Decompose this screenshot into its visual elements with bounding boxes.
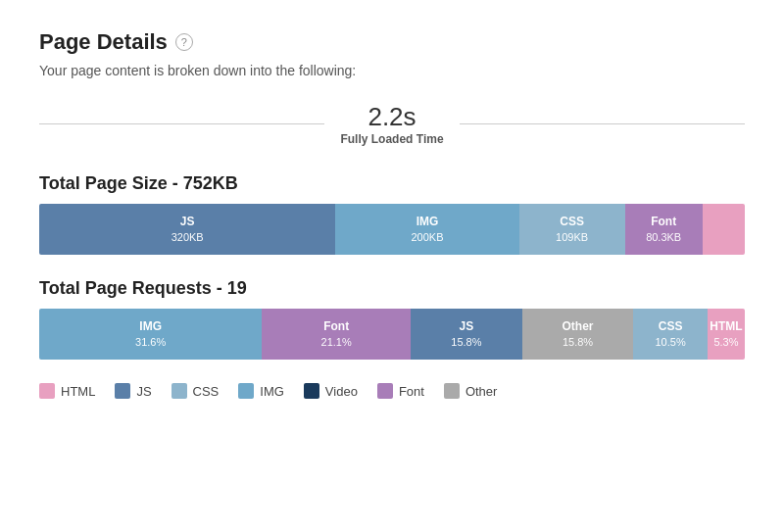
legend-item: CSS (172, 383, 220, 399)
requests-section-title: Total Page Requests - 19 (39, 278, 745, 299)
legend-label: HTML (61, 384, 95, 399)
timeline-line-left (39, 123, 324, 124)
legend-swatch (115, 383, 130, 399)
help-icon[interactable]: ? (175, 33, 193, 51)
bar-segment: HTML5.3% (708, 309, 745, 360)
timeline-value: 2.2s (340, 102, 443, 132)
size-section-title: Total Page Size - 752KB (39, 173, 745, 194)
legend-swatch (304, 383, 319, 399)
legend-label: Video (325, 384, 358, 399)
legend-item: JS (115, 383, 151, 399)
legend-label: Other (466, 384, 498, 399)
timeline-center: 2.2s Fully Loaded Time (324, 102, 459, 146)
legend-swatch (172, 383, 187, 399)
requests-bar: IMG31.6%Font21.1%JS15.8%Other15.8%CSS10.… (39, 309, 745, 360)
timeline-label: Fully Loaded Time (340, 132, 443, 146)
legend-swatch (238, 383, 254, 399)
subtitle: Your page content is broken down into th… (39, 63, 745, 78)
bar-segment: IMG31.6% (39, 309, 262, 360)
legend: HTMLJSCSSIMGVideoFontOther (39, 383, 745, 399)
bar-segment: Font21.1% (262, 309, 411, 360)
bar-segment: JS320KB (39, 204, 335, 255)
legend-swatch (444, 383, 460, 399)
legend-item: HTML (39, 383, 95, 399)
bar-segment: CSS109KB (519, 204, 625, 255)
bar-segment: IMG200KB (335, 204, 518, 255)
bar-segment: CSS10.5% (633, 309, 708, 360)
legend-swatch (39, 383, 55, 399)
timeline-container: 2.2s Fully Loaded Time (39, 102, 745, 146)
legend-label: JS (136, 384, 151, 399)
bar-segment: JS15.8% (411, 309, 522, 360)
bar-segment (703, 204, 745, 255)
legend-item: Video (304, 383, 358, 399)
timeline-line-right (460, 123, 745, 124)
legend-label: CSS (193, 384, 220, 399)
legend-label: IMG (260, 384, 284, 399)
legend-swatch (377, 383, 393, 399)
page-title: Page Details (39, 29, 168, 55)
bar-segment: Other15.8% (522, 309, 634, 360)
bar-segment: Font80.3KB (625, 204, 703, 255)
legend-item: Font (377, 383, 424, 399)
legend-label: Font (399, 384, 424, 399)
size-bar: JS320KBIMG200KBCSS109KBFont80.3KB (39, 204, 745, 255)
legend-item: IMG (238, 383, 284, 399)
page-title-row: Page Details ? (39, 29, 745, 55)
legend-item: Other (444, 383, 498, 399)
